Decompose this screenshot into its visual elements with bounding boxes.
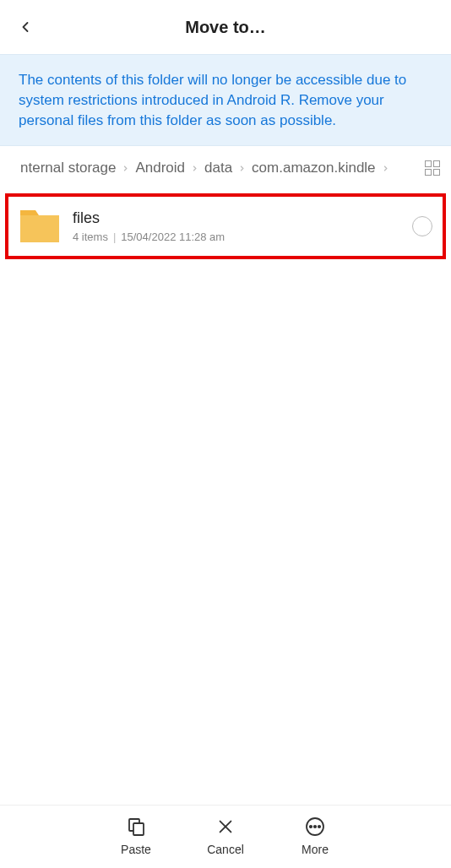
file-name: files bbox=[73, 209, 400, 227]
breadcrumb-item[interactable]: nternal storage bbox=[20, 160, 116, 176]
svg-rect-2 bbox=[133, 823, 144, 835]
grid-view-toggle[interactable] bbox=[422, 158, 443, 178]
breadcrumb-item[interactable]: com.amazon.kindle bbox=[252, 160, 375, 176]
chevron-left-icon bbox=[17, 19, 34, 35]
breadcrumb-item[interactable]: data bbox=[204, 160, 232, 176]
more-icon bbox=[304, 816, 326, 838]
svg-rect-0 bbox=[20, 215, 59, 242]
breadcrumb-items: nternal storage Android data com.amazon.… bbox=[20, 160, 410, 176]
warning-banner: The contents of this folder will no long… bbox=[0, 54, 451, 146]
breadcrumb-item[interactable]: Android bbox=[135, 160, 185, 176]
file-count: 4 items bbox=[73, 231, 108, 243]
more-label: More bbox=[302, 843, 329, 856]
footer-toolbar: Paste Cancel More bbox=[0, 805, 451, 868]
chevron-right-icon bbox=[381, 164, 390, 173]
svg-point-8 bbox=[318, 826, 320, 827]
page-title: Move to… bbox=[0, 18, 451, 37]
chevron-right-icon bbox=[121, 164, 130, 173]
chevron-right-icon bbox=[237, 164, 247, 173]
file-info: files 4 items|15/04/2022 11:28 am bbox=[73, 209, 400, 243]
select-checkbox[interactable] bbox=[412, 216, 432, 236]
file-list: files 4 items|15/04/2022 11:28 am bbox=[0, 190, 451, 805]
paste-button[interactable]: Paste bbox=[115, 816, 157, 856]
file-date: 15/04/2022 11:28 am bbox=[121, 231, 225, 243]
chevron-right-icon bbox=[190, 164, 199, 173]
header: Move to… bbox=[0, 0, 451, 54]
breadcrumb: nternal storage Android data com.amazon.… bbox=[0, 146, 451, 190]
file-meta: 4 items|15/04/2022 11:28 am bbox=[73, 231, 400, 243]
svg-point-7 bbox=[314, 826, 316, 827]
more-button[interactable]: More bbox=[294, 816, 336, 856]
close-icon bbox=[215, 816, 236, 838]
list-item[interactable]: files 4 items|15/04/2022 11:28 am bbox=[5, 193, 446, 259]
svg-point-6 bbox=[310, 826, 312, 827]
paste-icon bbox=[125, 816, 147, 838]
paste-label: Paste bbox=[121, 843, 151, 856]
back-button[interactable] bbox=[10, 12, 41, 42]
cancel-button[interactable]: Cancel bbox=[204, 816, 247, 856]
cancel-label: Cancel bbox=[207, 843, 244, 856]
folder-icon bbox=[19, 205, 61, 247]
